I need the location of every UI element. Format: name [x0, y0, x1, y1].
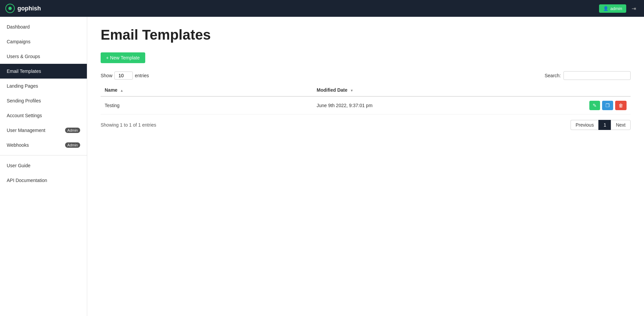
sidebar-item-campaigns[interactable]: Campaigns — [0, 34, 87, 49]
brand-logo[interactable]: gophish — [5, 4, 41, 13]
pagination: Previous 1 Next — [571, 120, 631, 130]
table-controls: Show entries Search: — [101, 71, 631, 80]
sidebar-item-label: Users & Groups — [7, 54, 40, 59]
previous-button[interactable]: Previous — [571, 120, 598, 130]
sidebar-item-label: Webhooks — [7, 142, 29, 148]
new-template-button[interactable]: + New Template — [101, 52, 145, 63]
sidebar-divider — [0, 155, 87, 155]
name-sort-icon: ▲ — [120, 89, 123, 92]
col-name-label: Name — [105, 87, 117, 93]
sidebar-item-email-templates[interactable]: Email Templates — [0, 64, 87, 79]
navbar-right: 👤 admin ⇥ — [599, 4, 639, 13]
template-modified-date: June 9th 2022, 9:37:01 pm — [313, 96, 472, 115]
edit-button[interactable]: ✎ — [589, 101, 600, 110]
date-sort-icon: ▼ — [350, 89, 354, 92]
logout-button[interactable]: ⇥ — [629, 4, 639, 13]
brand-name: gophish — [17, 5, 41, 12]
show-label: Show — [101, 73, 112, 78]
page-title: Email Templates — [101, 27, 631, 43]
sidebar-item-label: Campaigns — [7, 39, 31, 44]
col-header-name[interactable]: Name ▲ — [101, 84, 313, 96]
logout-icon: ⇥ — [632, 6, 636, 11]
template-actions: ✎❐🗑 — [472, 96, 631, 115]
main-content: Email Templates + New Template Show entr… — [87, 17, 644, 316]
sidebar-badge: Admin — [65, 142, 80, 148]
search-label: Search: — [545, 73, 561, 78]
table-body: TestingJune 9th 2022, 9:37:01 pm✎❐🗑 — [101, 96, 631, 115]
col-header-actions — [472, 84, 631, 96]
sidebar-item-label: Landing Pages — [7, 83, 38, 89]
sidebar-item-users-groups[interactable]: Users & Groups — [0, 49, 87, 64]
sidebar-item-label: API Documentation — [7, 178, 47, 183]
show-entries: Show entries — [101, 72, 149, 80]
showing-text: Showing 1 to 1 of 1 entries — [101, 122, 156, 128]
sidebar-badge: Admin — [65, 128, 80, 133]
entries-input[interactable] — [114, 72, 133, 80]
action-buttons: ✎❐🗑 — [476, 101, 627, 110]
user-icon: 👤 — [603, 6, 608, 11]
search-input[interactable] — [564, 71, 631, 80]
admin-button[interactable]: 👤 admin — [599, 4, 626, 13]
sidebar-item-user-guide[interactable]: User Guide — [0, 158, 87, 173]
admin-label: admin — [610, 6, 622, 11]
sidebar-item-label: Account Settings — [7, 113, 42, 118]
gophish-logo-icon — [5, 4, 15, 13]
copy-button[interactable]: ❐ — [602, 101, 613, 110]
next-button[interactable]: Next — [611, 120, 631, 130]
sidebar-item-label: Email Templates — [7, 69, 41, 74]
sidebar-item-label: Sending Profiles — [7, 98, 41, 103]
sidebar-item-label: User Management — [7, 128, 45, 133]
sidebar-item-api-documentation[interactable]: API Documentation — [0, 173, 87, 188]
col-date-label: Modified Date — [317, 87, 347, 93]
table-row: TestingJune 9th 2022, 9:37:01 pm✎❐🗑 — [101, 96, 631, 115]
table-header: Name ▲ Modified Date ▼ — [101, 84, 631, 96]
layout: DashboardCampaignsUsers & GroupsEmail Te… — [0, 17, 644, 316]
svg-point-1 — [8, 7, 12, 10]
sidebar-item-landing-pages[interactable]: Landing Pages — [0, 79, 87, 93]
sidebar: DashboardCampaignsUsers & GroupsEmail Te… — [0, 17, 87, 316]
search-row: Search: — [545, 71, 631, 80]
col-header-modified-date[interactable]: Modified Date ▼ — [313, 84, 472, 96]
template-name: Testing — [101, 96, 313, 115]
pagination-row: Showing 1 to 1 of 1 entries Previous 1 N… — [101, 120, 631, 130]
sidebar-item-label: User Guide — [7, 163, 31, 168]
delete-button[interactable]: 🗑 — [615, 101, 627, 110]
sidebar-item-label: Dashboard — [7, 24, 30, 30]
sidebar-item-sending-profiles[interactable]: Sending Profiles — [0, 93, 87, 108]
entries-label: entries — [135, 73, 149, 78]
sidebar-item-dashboard[interactable]: Dashboard — [0, 19, 87, 34]
sidebar-item-webhooks[interactable]: WebhooksAdmin — [0, 138, 87, 152]
sidebar-item-user-management[interactable]: User ManagementAdmin — [0, 123, 87, 138]
navbar: gophish 👤 admin ⇥ — [0, 0, 644, 17]
page-1-button[interactable]: 1 — [598, 120, 611, 130]
templates-table: Name ▲ Modified Date ▼ TestingJune 9th 2… — [101, 84, 631, 115]
sidebar-item-account-settings[interactable]: Account Settings — [0, 108, 87, 123]
